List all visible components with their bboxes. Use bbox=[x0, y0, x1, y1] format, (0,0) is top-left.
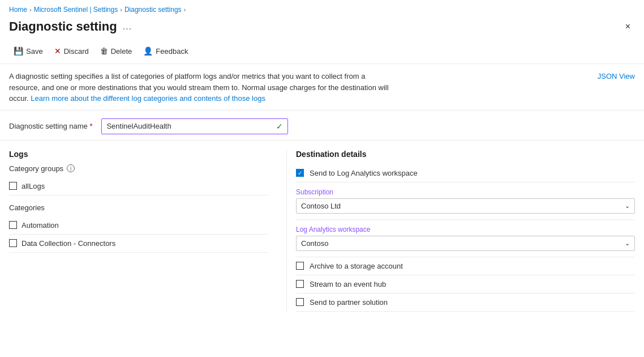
category-groups-header: Category groups i bbox=[9, 164, 268, 173]
ellipsis-menu[interactable]: ... bbox=[123, 22, 132, 32]
page-title: Diagnostic setting bbox=[9, 19, 117, 34]
breadcrumb-sentinel[interactable]: Microsoft Sentinel | Settings bbox=[34, 6, 118, 14]
feedback-icon: 👤 bbox=[143, 46, 153, 56]
all-logs-row: allLogs bbox=[9, 177, 268, 196]
check-icon: ✓ bbox=[276, 122, 283, 131]
logs-section-title: Logs bbox=[9, 150, 268, 159]
feedback-button[interactable]: 👤 Feedback bbox=[139, 44, 192, 58]
automation-checkbox[interactable] bbox=[9, 221, 17, 229]
close-button[interactable]: × bbox=[621, 20, 635, 33]
subscription-label: Subscription bbox=[296, 188, 635, 196]
setting-name-input[interactable] bbox=[106, 122, 276, 130]
setting-name-label: Diagnostic setting name * bbox=[9, 122, 92, 130]
setting-name-row: Diagnostic setting name * ✓ bbox=[0, 110, 644, 141]
save-button[interactable]: 💾 Save bbox=[9, 44, 48, 58]
breadcrumb-sep-2: › bbox=[120, 6, 122, 13]
data-collection-label: Data Collection - Connectors bbox=[22, 239, 115, 248]
subscription-dropdown[interactable]: Contoso Ltd ⌄ bbox=[296, 198, 635, 214]
log-analytics-label: Send to Log Analytics workspace bbox=[310, 169, 418, 177]
partner-solution-label: Send to partner solution bbox=[310, 298, 388, 307]
event-hub-checkbox[interactable] bbox=[296, 280, 304, 288]
storage-label: Archive to a storage account bbox=[310, 262, 403, 270]
delete-icon: 🗑 bbox=[100, 46, 108, 56]
all-logs-label: allLogs bbox=[22, 182, 45, 190]
destination-section-title: Destination details bbox=[296, 150, 635, 159]
logs-panel: Logs Category groups i allLogs Categorie… bbox=[9, 150, 286, 312]
required-indicator: * bbox=[89, 122, 92, 130]
log-analytics-checkbox[interactable]: ✓ bbox=[296, 169, 304, 177]
save-icon: 💾 bbox=[14, 46, 23, 56]
destination-panel: Destination details ✓ Send to Log Analyt… bbox=[286, 150, 635, 312]
discard-icon: ✕ bbox=[54, 46, 61, 56]
log-analytics-workspace-label: Log Analytics workspace bbox=[296, 226, 635, 233]
log-analytics-workspace-dropdown[interactable]: Contoso ⌄ bbox=[296, 236, 635, 251]
data-collection-row: Data Collection - Connectors bbox=[9, 235, 268, 253]
category-groups-label: Category groups bbox=[9, 164, 63, 173]
info-text: A diagnostic setting specifies a list of… bbox=[9, 71, 394, 104]
subscription-group: Subscription Contoso Ltd ⌄ bbox=[296, 182, 635, 220]
subscription-value: Contoso Ltd bbox=[301, 202, 341, 210]
save-label: Save bbox=[26, 47, 43, 56]
json-view-link[interactable]: JSON View bbox=[598, 71, 635, 80]
subscription-chevron-icon: ⌄ bbox=[625, 202, 630, 210]
automation-row: Automation bbox=[9, 216, 268, 235]
setting-name-input-wrapper: ✓ bbox=[101, 118, 288, 134]
info-bar: A diagnostic setting specifies a list of… bbox=[0, 64, 644, 110]
page-container: Home › Microsoft Sentinel | Settings › D… bbox=[0, 0, 644, 312]
main-content: Logs Category groups i allLogs Categorie… bbox=[0, 141, 644, 312]
learn-more-link[interactable]: Learn more about the different log categ… bbox=[31, 94, 265, 103]
partner-solution-checkbox[interactable] bbox=[296, 298, 304, 306]
delete-label: Delete bbox=[111, 47, 132, 56]
data-collection-checkbox[interactable] bbox=[9, 239, 17, 247]
category-groups-info-icon[interactable]: i bbox=[67, 164, 75, 172]
event-hub-label: Stream to an event hub bbox=[310, 280, 386, 288]
feedback-label: Feedback bbox=[156, 47, 188, 56]
breadcrumb-sep-3: › bbox=[184, 6, 186, 13]
workspace-chevron-icon: ⌄ bbox=[625, 240, 630, 247]
categories-section: Categories Automation Data Collection - … bbox=[9, 203, 268, 253]
breadcrumb-home[interactable]: Home bbox=[9, 6, 27, 14]
partner-solution-row: Send to partner solution bbox=[296, 294, 635, 312]
categories-header: Categories bbox=[9, 203, 268, 212]
discard-button[interactable]: ✕ Discard bbox=[50, 44, 93, 58]
log-analytics-workspace-value: Contoso bbox=[301, 239, 328, 248]
storage-row: Archive to a storage account bbox=[296, 257, 635, 275]
log-analytics-row: ✓ Send to Log Analytics workspace bbox=[296, 164, 635, 182]
breadcrumb-sep-1: › bbox=[29, 6, 32, 13]
automation-label: Automation bbox=[22, 221, 59, 230]
storage-checkbox[interactable] bbox=[296, 262, 304, 270]
breadcrumb-diagnostic-settings[interactable]: Diagnostic settings bbox=[124, 6, 182, 14]
log-analytics-workspace-group: Log Analytics workspace Contoso ⌄ bbox=[296, 220, 635, 257]
toolbar: 💾 Save ✕ Discard 🗑 Delete 👤 Feedback bbox=[0, 41, 644, 64]
delete-button[interactable]: 🗑 Delete bbox=[96, 44, 137, 58]
event-hub-row: Stream to an event hub bbox=[296, 275, 635, 294]
breadcrumb: Home › Microsoft Sentinel | Settings › D… bbox=[0, 0, 644, 17]
discard-label: Discard bbox=[64, 47, 89, 56]
categories-label: Categories bbox=[9, 203, 45, 212]
title-row: Diagnostic setting ... × bbox=[0, 17, 644, 41]
all-logs-checkbox[interactable] bbox=[9, 182, 17, 190]
